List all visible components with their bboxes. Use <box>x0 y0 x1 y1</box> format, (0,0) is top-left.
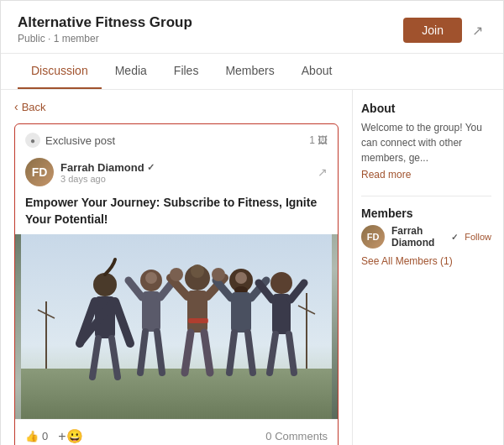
author-name: Farrah Diamond ✓ <box>60 161 155 174</box>
share-icon-button[interactable]: ↗ <box>469 19 486 42</box>
sidebar-about-section: About Welcome to the group! You can conn… <box>361 102 491 181</box>
post-author-row: FD Farrah Diamond ✓ 3 days ago ↗ <box>15 153 338 191</box>
thumbs-up-icon: 👍 <box>25 430 39 442</box>
likes-count: 0 <box>42 430 48 442</box>
group-header: Alternative Fitness Group Public · 1 mem… <box>1 1 503 54</box>
post-card: ● Exclusive post 1 🖼 FD <box>14 123 339 445</box>
verified-icon: ✓ <box>147 162 155 173</box>
member-name: Farrah Diamond ✓ <box>391 225 458 249</box>
sidebar: About Welcome to the group! You can conn… <box>352 90 503 445</box>
group-name: Alternative Fitness Group <box>18 14 192 31</box>
emoji-icon: +😀 <box>58 428 82 444</box>
author-initials: FD <box>32 165 48 179</box>
exclusive-label: ● Exclusive post <box>25 133 115 148</box>
member-item: FD Farrah Diamond ✓ Follow <box>361 225 491 249</box>
member-initials: FD <box>367 232 380 242</box>
exclusive-text: Exclusive post <box>45 134 115 147</box>
svg-point-39 <box>191 264 204 278</box>
join-button[interactable]: Join <box>403 18 462 43</box>
group-info: Alternative Fitness Group Public · 1 mem… <box>18 14 192 44</box>
header-actions: Join ↗ <box>403 18 486 43</box>
back-link[interactable]: ‹ Back <box>14 100 339 113</box>
svg-point-40 <box>212 268 225 281</box>
read-more-link[interactable]: Read more <box>361 169 491 181</box>
fitness-image-svg <box>15 234 338 419</box>
tab-discussion[interactable]: Discussion <box>18 54 102 89</box>
comments-count: 0 Comments <box>265 430 328 442</box>
post-share-icon: ↗ <box>318 165 328 179</box>
svg-point-38 <box>170 268 183 281</box>
svg-point-41 <box>145 272 157 284</box>
post-share-button[interactable]: ↗ <box>318 165 328 179</box>
follow-button[interactable]: Follow <box>465 232 491 242</box>
share-icon: ↗ <box>472 24 483 38</box>
tab-members[interactable]: Members <box>212 54 287 89</box>
main-feed: ‹ Back ● Exclusive post 1 🖼 <box>1 90 352 445</box>
member-avatar: FD <box>361 225 385 249</box>
author-details: Farrah Diamond ✓ 3 days ago <box>60 161 155 184</box>
post-card-header: ● Exclusive post 1 🖼 <box>15 124 338 153</box>
members-title: Members <box>361 207 491 220</box>
post-header-right: 1 🖼 <box>309 134 328 146</box>
exclusive-icon: ● <box>25 133 40 148</box>
member-verified-icon: ✓ <box>451 233 458 242</box>
svg-rect-43 <box>188 318 208 323</box>
see-all-members-link[interactable]: See All Members (1) <box>361 255 491 267</box>
post-footer: 👍 0 +😀 0 Comments <box>15 419 338 445</box>
footer-left: 👍 0 +😀 <box>25 428 83 444</box>
post-image <box>15 234 338 419</box>
tab-files[interactable]: Files <box>160 54 213 89</box>
back-arrow-icon: ‹ <box>14 100 18 113</box>
svg-rect-1 <box>21 369 332 419</box>
like-button[interactable]: 👍 0 <box>25 430 48 442</box>
tabs-bar: Discussion Media Files Members About <box>1 54 503 90</box>
tab-about[interactable]: About <box>288 54 346 89</box>
author-info: FD Farrah Diamond ✓ 3 days ago <box>25 158 155 186</box>
emoji-react-button[interactable]: +😀 <box>58 428 82 444</box>
post-title: Empower Your Journey: Subscribe to Fitne… <box>15 191 338 234</box>
svg-point-6 <box>93 273 117 296</box>
page-wrapper: Alternative Fitness Group Public · 1 mem… <box>0 0 504 445</box>
group-meta: Public · 1 member <box>18 33 192 44</box>
about-title: About <box>361 102 491 115</box>
author-avatar: FD <box>25 158 54 186</box>
svg-point-32 <box>270 272 292 294</box>
content-area: ‹ Back ● Exclusive post 1 🖼 <box>1 90 503 445</box>
image-count-value: 1 <box>309 134 315 146</box>
svg-point-42 <box>235 272 247 284</box>
image-count: 1 🖼 <box>309 134 328 146</box>
image-icon: 🖼 <box>318 134 328 146</box>
post-time: 3 days ago <box>60 174 155 184</box>
about-text: Welcome to the group! You can connect wi… <box>361 120 491 165</box>
tab-media[interactable]: Media <box>102 54 160 89</box>
back-label: Back <box>22 101 46 113</box>
sidebar-divider <box>361 196 491 196</box>
sidebar-members-section: Members FD Farrah Diamond ✓ Follow See A… <box>361 207 491 267</box>
